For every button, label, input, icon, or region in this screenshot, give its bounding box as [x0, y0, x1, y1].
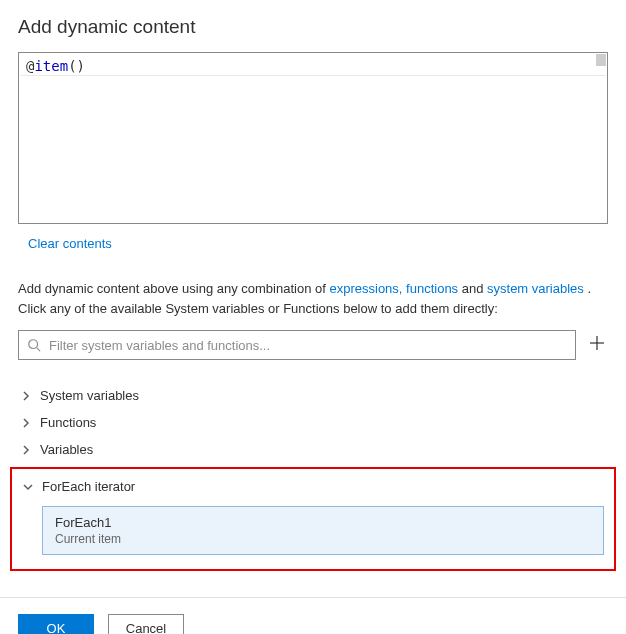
tree-item-foreach-iterator[interactable]: ForEach iterator — [22, 473, 604, 500]
chevron-down-icon — [22, 481, 34, 493]
expression-text[interactable]: @item() — [20, 54, 606, 76]
chevron-right-icon — [20, 444, 32, 456]
ok-button[interactable]: OK — [18, 614, 94, 634]
expression-editor[interactable]: @item() — [18, 52, 608, 224]
divider — [0, 597, 626, 598]
clear-contents-link[interactable]: Clear contents — [28, 236, 112, 251]
foreach-card-subtitle: Current item — [55, 532, 591, 546]
cancel-button[interactable]: Cancel — [108, 614, 184, 634]
tree-item-variables[interactable]: Variables — [18, 436, 608, 463]
tree-label: Functions — [40, 415, 96, 430]
add-button[interactable] — [586, 335, 608, 355]
system-variables-link[interactable]: system variables — [487, 281, 584, 296]
search-icon — [27, 338, 41, 352]
foreach-item-card[interactable]: ForEach1 Current item — [42, 506, 604, 555]
editor-scrollbar[interactable] — [596, 54, 606, 66]
foreach-iterator-highlight: ForEach iterator ForEach1 Current item — [10, 467, 616, 571]
expressions-functions-link[interactable]: expressions, functions — [329, 281, 458, 296]
plus-icon — [590, 336, 604, 350]
filter-input[interactable] — [47, 337, 567, 354]
tree-item-functions[interactable]: Functions — [18, 409, 608, 436]
tree-label: Variables — [40, 442, 93, 457]
chevron-right-icon — [20, 417, 32, 429]
foreach-card-title: ForEach1 — [55, 515, 591, 530]
svg-point-0 — [29, 340, 38, 349]
page-title: Add dynamic content — [18, 16, 608, 38]
svg-line-1 — [37, 348, 41, 352]
tree-item-system-variables[interactable]: System variables — [18, 382, 608, 409]
tree-label: ForEach iterator — [42, 479, 135, 494]
chevron-right-icon — [20, 390, 32, 402]
filter-input-wrapper[interactable] — [18, 330, 576, 360]
description-text: Add dynamic content above using any comb… — [18, 279, 608, 318]
tree-label: System variables — [40, 388, 139, 403]
